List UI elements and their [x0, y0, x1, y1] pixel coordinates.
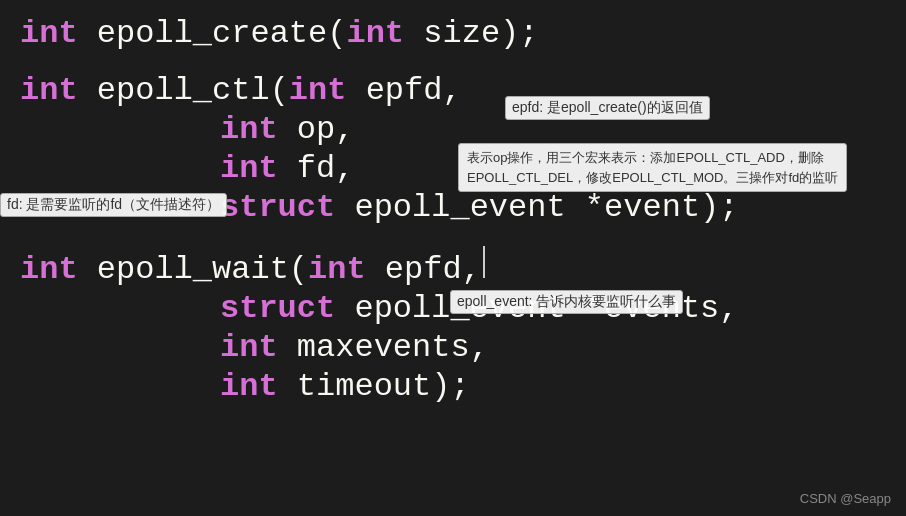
param-epfd-2: epfd,	[385, 251, 481, 288]
param-size: size);	[423, 15, 538, 52]
annotation-epoll-event: epoll_event: 告诉内核要监听什么事	[450, 290, 683, 314]
annotation-fd: fd: 是需要监听的fd（文件描述符）	[0, 193, 227, 217]
code-line-1: int epoll_create( int size);	[20, 15, 886, 52]
keyword-int-4: int	[289, 72, 366, 109]
param-epfd-1: epfd,	[366, 72, 462, 109]
keyword-int-8: int	[308, 251, 385, 288]
fn-epoll-create: epoll_create(	[97, 15, 347, 52]
code-line-2: int epoll_ctl( int epfd,	[20, 72, 886, 109]
param-maxevents: maxevents,	[297, 329, 489, 366]
param-op: op,	[297, 111, 355, 148]
param-timeout: timeout);	[297, 368, 470, 405]
code-line-8: int maxevents,	[20, 329, 886, 366]
fn-epoll-wait: epoll_wait(	[97, 251, 308, 288]
code-line-6: int epoll_wait( int epfd,	[20, 246, 886, 288]
param-fd: fd,	[297, 150, 355, 187]
annotation-op-line2: EPOLL_CTL_DEL，修改EPOLL_CTL_MOD。三操作对fd的监听	[467, 168, 838, 188]
keyword-int-3: int	[20, 72, 97, 109]
keyword-int-7: int	[20, 251, 97, 288]
keyword-int-2: int	[346, 15, 423, 52]
watermark: CSDN @Seapp	[800, 491, 891, 506]
code-container: int epoll_create( int size); int epoll_c…	[0, 0, 906, 516]
keyword-int-9: int	[220, 329, 297, 366]
annotation-op: 表示op操作，用三个宏来表示：添加EPOLL_CTL_ADD，删除 EPOLL_…	[458, 143, 847, 192]
keyword-int-5: int	[220, 111, 297, 148]
keyword-int-6: int	[220, 150, 297, 187]
annotation-epfd: epfd: 是epoll_create()的返回值	[505, 96, 710, 120]
keyword-int-1: int	[20, 15, 97, 52]
keyword-struct-1: struct	[220, 189, 354, 226]
keyword-struct-2: struct	[220, 290, 354, 327]
keyword-int-10: int	[220, 368, 297, 405]
fn-epoll-ctl: epoll_ctl(	[97, 72, 289, 109]
annotation-op-line1: 表示op操作，用三个宏来表示：添加EPOLL_CTL_ADD，删除	[467, 148, 838, 168]
code-line-9: int timeout);	[20, 368, 886, 405]
param-event: epoll_event *event);	[354, 189, 738, 226]
